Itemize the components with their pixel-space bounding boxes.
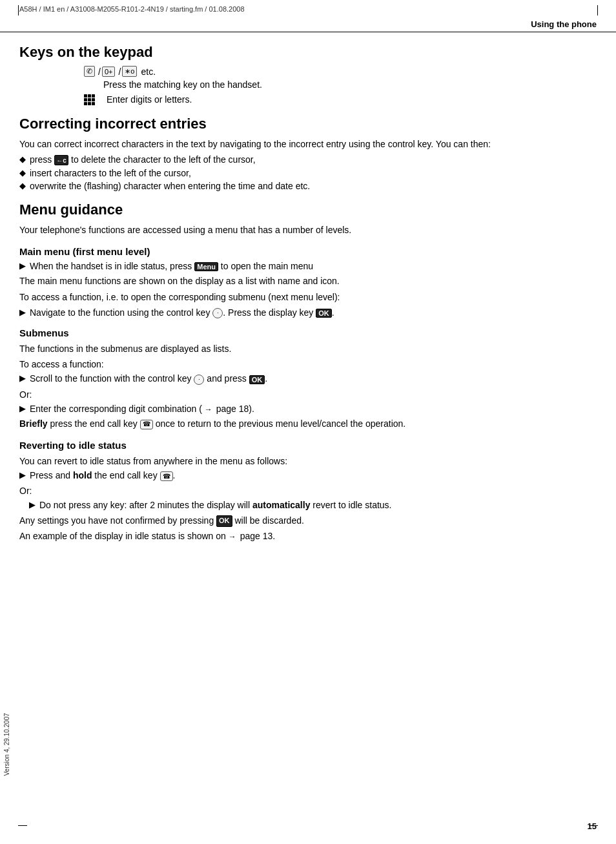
- correct-bullet3: ◆ overwrite the (flashing) character whe…: [19, 181, 597, 191]
- keys-title-text: Keys on the keypad: [19, 44, 153, 60]
- arrow-icon1: ▶: [19, 261, 26, 271]
- dot: [92, 98, 95, 101]
- main-menu-title: Main menu (first menu level): [19, 246, 597, 257]
- briefly-text: Briefly: [19, 418, 48, 429]
- reverting-bullet2-text: Do not press any key: after 2 minutes th…: [39, 500, 391, 510]
- reverting-body2: Any settings you have not confirmed by p…: [19, 514, 597, 527]
- dot: [92, 94, 95, 98]
- arrow-icon5: ▶: [19, 470, 26, 480]
- arrow-icon3: ▶: [19, 373, 26, 383]
- auto-text: automatically: [252, 500, 310, 510]
- submenus-title-text: Submenus: [19, 327, 69, 338]
- main-content: Keys on the keypad ✆ / 0+ / ∗o etc. Pres…: [0, 44, 616, 565]
- correct-title-text: Correcting incorrect entries: [19, 116, 207, 132]
- nav-key: ⋅: [212, 308, 223, 318]
- page-number-text: 15: [588, 821, 597, 831]
- top-left-mark: [18, 5, 19, 15]
- submenus-title: Submenus: [19, 327, 597, 338]
- arrow-right-icon2: →: [229, 531, 236, 542]
- correct-bullet1-text: press ←c to delete the character to the …: [30, 154, 256, 165]
- diamond-icon2: ◆: [19, 168, 26, 178]
- dot: [84, 102, 87, 105]
- end-call-key2: ☎: [160, 471, 173, 481]
- main-menu-bullet2-text: Navigate to the function using the contr…: [30, 307, 334, 318]
- dot: [84, 94, 87, 98]
- submenus-bullet1-text: Scroll to the function with the control …: [30, 373, 267, 384]
- reverting-body: You can revert to idle status from anywh…: [19, 455, 597, 468]
- correct-bullet2: ◆ insert characters to the left of the c…: [19, 168, 597, 178]
- keypad-grid: [84, 94, 95, 105]
- main-menu-body2: To access a function, i.e. to open the c…: [19, 291, 597, 304]
- main-menu-bullet1-text: When the handset is in idle status, pres…: [30, 261, 313, 271]
- keys-desc1: Press the matching key on the handset.: [103, 79, 597, 90]
- reverting-or2: Or:: [19, 484, 597, 497]
- slash2: /: [118, 67, 121, 77]
- ok-key: OK: [316, 309, 332, 318]
- zero-key: 0+: [102, 67, 116, 77]
- dot: [88, 102, 91, 105]
- keys-desc2-text: Enter digits or letters.: [107, 94, 192, 105]
- keys-icon-row: ✆ / 0+ / ∗o etc.: [84, 66, 597, 77]
- submenus-briefly-para: Briefly press the end call key ☎ once to…: [19, 417, 597, 430]
- keys-desc2-row: Enter digits or letters.: [84, 94, 597, 105]
- slash1: /: [98, 67, 101, 77]
- submenus-bullet2-text: Enter the corresponding digit combinatio…: [30, 404, 254, 414]
- correct-body: You can correct incorrect characters in …: [19, 138, 597, 150]
- arrow-icon4: ▶: [19, 404, 26, 413]
- c-key-icon: ←c: [54, 155, 68, 165]
- main-menu-bullet1: ▶ When the handset is in idle status, pr…: [19, 261, 597, 271]
- reverting-title-text: Reverting to idle status: [19, 440, 127, 451]
- breadcrumb-text: A58H / IM1 en / A31008-M2055-R101-2-4N19…: [19, 5, 245, 13]
- submenus-body1: The functions in the submenus are displa…: [19, 342, 597, 355]
- ok-key2: OK: [249, 375, 265, 384]
- section-label: Using the phone: [0, 13, 616, 32]
- reverting-bullet2: ▶ Do not press any key: after 2 minutes …: [29, 500, 597, 510]
- correct-title: Correcting incorrect entries: [19, 116, 597, 132]
- version-label: Version 4, 29.10.2007: [3, 713, 10, 776]
- reverting-title: Reverting to idle status: [19, 440, 597, 451]
- hold-text: hold: [73, 470, 92, 480]
- dot: [88, 98, 91, 101]
- dot: [84, 98, 87, 101]
- section-label-text: Using the phone: [531, 19, 597, 29]
- submenus-bullet2: ▶ Enter the corresponding digit combinat…: [19, 404, 597, 414]
- menu-title: Menu guidance: [19, 201, 597, 218]
- menu-key: Menu: [194, 262, 218, 271]
- keypad-grid-icon: [84, 94, 95, 105]
- briefly-rest: press the end call key ☎ once to return …: [48, 418, 406, 429]
- correct-bullet3-text: overwrite the (flashing) character when …: [30, 181, 310, 191]
- phone-key-icon: ✆: [84, 66, 95, 77]
- correct-bullet2-text: insert characters to the left of the cur…: [30, 168, 191, 178]
- breadcrumb: A58H / IM1 en / A31008-M2055-R101-2-4N19…: [0, 0, 616, 13]
- keys-title: Keys on the keypad: [19, 44, 597, 61]
- submenus-bullet1: ▶ Scroll to the function with the contro…: [19, 373, 597, 384]
- keys-section: ✆ / 0+ / ∗o etc. Press the matching key …: [84, 66, 597, 105]
- version-text: Version 4, 29.10.2007: [3, 713, 10, 776]
- end-call-key: ☎: [140, 420, 153, 429]
- page: A58H / IM1 en / A31008-M2055-R101-2-4N19…: [0, 0, 616, 844]
- main-menu-body1: The main menu functions are shown on the…: [19, 274, 597, 287]
- menu-title-text: Menu guidance: [19, 201, 123, 218]
- submenus-body2: To access a function:: [19, 358, 597, 371]
- reverting-body3: An example of the display in idle status…: [19, 530, 597, 542]
- submenus-or1: Or:: [19, 388, 597, 401]
- main-menu-title-text: Main menu (first menu level): [19, 246, 150, 257]
- bottom-right-mark: [589, 825, 598, 826]
- main-menu-bullet2: ▶ Navigate to the function using the con…: [19, 307, 597, 318]
- star-key: ∗o: [122, 66, 137, 77]
- arrow-icon6: ▶: [29, 500, 36, 509]
- diamond-icon3: ◆: [19, 181, 26, 190]
- arrow-right-icon: →: [205, 405, 212, 414]
- dot: [88, 94, 91, 98]
- arrow-icon2: ▶: [19, 307, 26, 317]
- correct-bullet1: ◆ press ←c to delete the character to th…: [19, 154, 597, 165]
- ok-key3: OK: [216, 515, 232, 527]
- diamond-icon: ◆: [19, 154, 26, 164]
- bottom-left-mark: [18, 825, 27, 826]
- reverting-bullet1: ▶ Press and hold the end call key ☎.: [19, 470, 597, 481]
- page-number: 15: [588, 821, 597, 831]
- reverting-bullet1-text: Press and hold the end call key ☎.: [30, 470, 175, 481]
- correct-section: You can correct incorrect characters in …: [19, 138, 597, 192]
- top-right-mark: [597, 5, 598, 15]
- menu-body: Your telephone's functions are accessed …: [19, 223, 597, 236]
